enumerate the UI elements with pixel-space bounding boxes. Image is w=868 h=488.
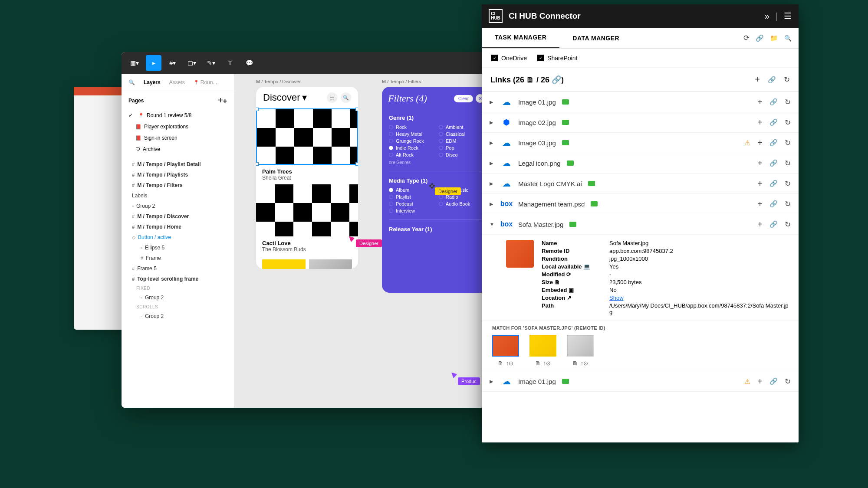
- filter-option[interactable]: Playlist: [389, 194, 434, 200]
- relink-button[interactable]: [768, 75, 776, 85]
- layer-item[interactable]: M / Tempo / Playlist Detail: [122, 159, 234, 170]
- layer-item[interactable]: Frame: [122, 253, 234, 263]
- page-item[interactable]: 📕Player explorations: [122, 121, 234, 132]
- refresh-icon[interactable]: [785, 118, 791, 127]
- shape-tool[interactable]: ▢▾: [184, 55, 200, 71]
- frame-tool[interactable]: #▾: [165, 55, 181, 71]
- tab-page-dropdown[interactable]: Roun...: [194, 79, 217, 85]
- link-row[interactable]: ▶ ☁ Image 03.jpg ⚠: [482, 133, 799, 153]
- filter-option[interactable]: Heavy Metal: [389, 131, 434, 137]
- link-icon[interactable]: [769, 180, 778, 187]
- link-icon[interactable]: [769, 98, 778, 106]
- expand-icon[interactable]: ▶: [490, 379, 495, 384]
- layer-item[interactable]: Group 2: [122, 201, 234, 211]
- page-item[interactable]: 📍Round 1 review 5/8: [122, 110, 234, 121]
- link-icon[interactable]: [769, 139, 778, 147]
- text-tool[interactable]: T: [222, 55, 238, 71]
- link-icon[interactable]: [769, 200, 778, 208]
- move-tool[interactable]: ▸: [146, 55, 161, 71]
- collapse-icon[interactable]: »: [765, 11, 769, 21]
- filter-option[interactable]: Interview: [389, 208, 434, 213]
- link-icon[interactable]: [769, 159, 778, 167]
- refresh-icon[interactable]: [785, 220, 791, 229]
- refresh-icon[interactable]: [785, 138, 791, 147]
- source-onedrive-checkbox[interactable]: ✓OneDrive: [491, 55, 527, 62]
- filter-option[interactable]: Disco: [439, 152, 483, 157]
- filter-option[interactable]: Ambient: [439, 124, 483, 130]
- search-icon[interactable]: 🔍: [128, 79, 135, 85]
- search-icon[interactable]: [784, 33, 792, 43]
- layer-item[interactable]: Labels: [122, 190, 234, 201]
- refresh-icon[interactable]: [785, 179, 791, 188]
- link-icon[interactable]: [769, 220, 778, 228]
- add-page-button[interactable]: +: [218, 95, 227, 105]
- layer-item[interactable]: Button / active: [122, 232, 234, 242]
- layer-item[interactable]: Ellipse 5: [122, 242, 234, 253]
- tab-data-manager[interactable]: DATA MANGER: [559, 28, 632, 48]
- artboard-discover[interactable]: Discover▾ ☰ 🔍 Palm Trees Sheila Great Ca…: [256, 87, 358, 269]
- add-icon[interactable]: [757, 219, 763, 229]
- link-row[interactable]: ▶ ☁ Legal icon.png: [482, 153, 799, 174]
- add-icon[interactable]: [757, 118, 763, 128]
- collapse-icon[interactable]: ▼: [490, 222, 495, 227]
- add-icon[interactable]: [757, 199, 763, 209]
- add-icon[interactable]: [757, 377, 763, 386]
- link-icon[interactable]: [756, 33, 764, 43]
- page-item[interactable]: 🗨Archive: [122, 144, 234, 155]
- artboard-label[interactable]: M / Tempo / Filters: [382, 79, 421, 84]
- sync-icon[interactable]: [743, 33, 750, 43]
- selected-image[interactable]: [256, 108, 358, 165]
- expand-icon[interactable]: ▶: [490, 99, 495, 105]
- tab-layers[interactable]: Layers: [144, 79, 161, 85]
- filter-option[interactable]: Album: [389, 187, 434, 193]
- link-row[interactable]: ▶ ⬢ Image 02.jpg: [482, 112, 799, 133]
- link-row[interactable]: ▶ ☁ Image 01.jpg ⚠: [482, 371, 799, 392]
- link-row[interactable]: ▼ box Sofa Master.jpg: [482, 214, 799, 235]
- artboard-label[interactable]: M / Tempo / Discover: [256, 79, 301, 84]
- match-item[interactable]: 🗎↑⊙: [529, 335, 556, 367]
- add-icon[interactable]: [757, 97, 763, 107]
- filter-option[interactable]: Pop: [439, 145, 483, 151]
- comment-tool[interactable]: 💬: [241, 55, 257, 71]
- refresh-icon[interactable]: [785, 377, 791, 386]
- filter-option[interactable]: EDM: [439, 138, 483, 144]
- refresh-button[interactable]: [784, 75, 790, 85]
- link-row[interactable]: ▶ ☁ Image 01.jpg: [482, 92, 799, 112]
- expand-icon[interactable]: ▶: [490, 140, 495, 146]
- match-item[interactable]: 🗎↑⊙: [567, 335, 594, 367]
- layer-item[interactable]: Frame 5: [122, 263, 234, 274]
- filter-option[interactable]: Rock: [389, 124, 434, 130]
- add-icon[interactable]: [757, 158, 763, 168]
- layer-item[interactable]: Group 2: [122, 311, 234, 321]
- expand-icon[interactable]: ▶: [490, 160, 495, 166]
- clear-button[interactable]: Clear: [454, 95, 473, 102]
- expand-icon[interactable]: ▶: [490, 181, 495, 187]
- layer-item[interactable]: M / Tempo / Home: [122, 222, 234, 232]
- show-location-link[interactable]: Show: [609, 295, 624, 301]
- filter-option[interactable]: Indie Rock: [389, 145, 434, 151]
- refresh-icon[interactable]: [785, 159, 791, 168]
- add-link-button[interactable]: [755, 75, 760, 85]
- expand-icon[interactable]: ▶: [490, 201, 495, 207]
- source-sharepoint-checkbox[interactable]: ✓SharePoint: [537, 55, 577, 62]
- add-icon[interactable]: [757, 179, 763, 189]
- folder-icon[interactable]: [770, 33, 778, 43]
- match-item[interactable]: 🗎↑⊙: [492, 335, 519, 367]
- page-item[interactable]: 📕Sign-in screen: [122, 132, 234, 144]
- layer-item[interactable]: Group 2: [122, 292, 234, 303]
- filter-option[interactable]: Podcast: [389, 201, 434, 206]
- layer-item[interactable]: Top-level scrolling frame: [122, 274, 234, 284]
- main-menu-button[interactable]: ▦▾: [127, 55, 142, 71]
- filter-option[interactable]: Alt Rock: [389, 152, 434, 157]
- expand-icon[interactable]: ▶: [490, 120, 495, 125]
- refresh-icon[interactable]: [785, 98, 791, 107]
- search-icon[interactable]: 🔍: [341, 92, 351, 103]
- filter-option[interactable]: Classical: [439, 131, 483, 137]
- layer-item[interactable]: M / Tempo / Discover: [122, 211, 234, 222]
- link-row[interactable]: ▶ box Management team.psd: [482, 194, 799, 214]
- layer-item[interactable]: M / Tempo / Playlists: [122, 170, 234, 180]
- link-icon[interactable]: [769, 118, 778, 126]
- layer-item[interactable]: M / Tempo / Filters: [122, 180, 234, 190]
- filter-option[interactable]: Audio Book: [439, 201, 483, 206]
- pen-tool[interactable]: ✎▾: [203, 55, 219, 71]
